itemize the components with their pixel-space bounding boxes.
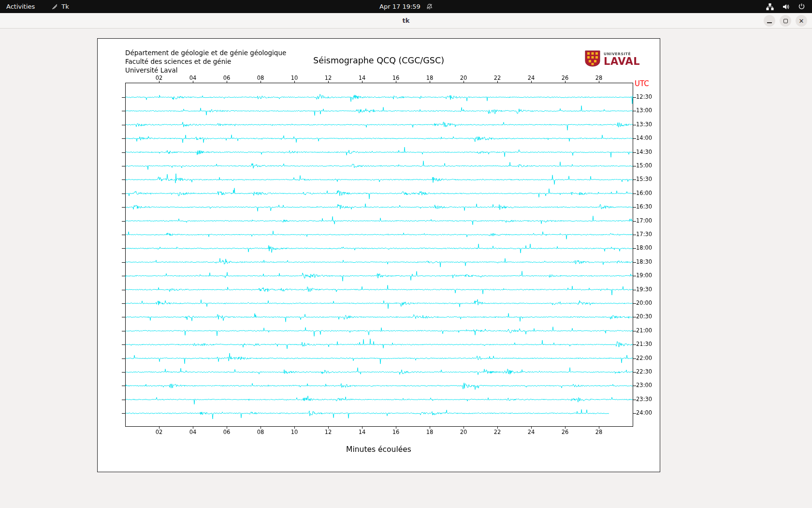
x-tick-label: 10	[291, 429, 298, 435]
network-icon[interactable]	[766, 3, 774, 11]
x-tick-label: 02	[156, 429, 163, 435]
row-time-label: 19:00	[636, 272, 652, 279]
x-tick-label: 04	[189, 429, 197, 435]
x-tick-label: 28	[595, 429, 603, 435]
row-time-label: 17:30	[636, 231, 652, 238]
x-tick-label: 20	[460, 75, 467, 81]
row-time-label: 22:30	[636, 368, 652, 375]
figure: Département de géologie et de génie géol…	[97, 38, 660, 472]
row-time-label: 15:30	[636, 176, 652, 182]
x-tick-label: 14	[359, 429, 366, 435]
x-axis-title: Minutes écoulées	[98, 445, 660, 454]
row-time-label: 23:00	[636, 382, 652, 388]
header-line: Université Laval	[125, 66, 286, 75]
x-tick-label: 06	[223, 429, 231, 435]
x-tick-label: 16	[392, 75, 400, 81]
x-tick-label: 12	[325, 75, 332, 81]
minimize-icon	[767, 22, 772, 23]
row-time-label: 18:00	[636, 244, 652, 251]
window-titlebar[interactable]: tk ✕	[0, 13, 812, 29]
row-time-label: 21:00	[636, 327, 652, 334]
row-time-label: 23:30	[636, 396, 652, 403]
seismogram-canvas	[98, 39, 661, 473]
x-tick-label: 26	[562, 75, 569, 81]
laval-logo-line2: LAVAL	[604, 56, 640, 67]
x-tick-label: 22	[494, 75, 501, 81]
row-time-label: 14:00	[636, 134, 652, 141]
row-time-label: 13:00	[636, 107, 652, 114]
row-time-label: 19:30	[636, 286, 652, 293]
row-time-label: 16:30	[636, 203, 652, 210]
row-time-label: 21:30	[636, 341, 652, 347]
top-bar: Activities Tk Apr 17 19:59	[0, 0, 812, 13]
laval-logo-text: UNIVERSITÉ LAVAL	[604, 52, 640, 67]
close-button[interactable]: ✕	[796, 15, 807, 27]
row-time-label: 24:00	[636, 409, 652, 416]
x-tick-label: 06	[223, 75, 231, 81]
utc-label: UTC	[635, 79, 649, 88]
clock-label: Apr 17 19:59	[379, 3, 420, 10]
row-time-label: 14:30	[636, 149, 652, 155]
x-tick-label: 04	[189, 75, 197, 81]
app-indicator-tk[interactable]: Tk	[51, 0, 69, 13]
close-icon: ✕	[799, 18, 804, 24]
x-tick-label: 24	[528, 429, 535, 435]
app-indicator-label: Tk	[61, 3, 69, 10]
x-tick-label: 08	[257, 75, 264, 81]
row-time-label: 13:30	[636, 121, 652, 128]
maximize-button[interactable]	[780, 15, 791, 27]
row-time-label: 18:30	[636, 258, 652, 265]
clock-menu[interactable]: Apr 17 19:59	[379, 0, 433, 13]
x-tick-label: 22	[494, 429, 501, 435]
x-tick-label: 24	[528, 75, 535, 81]
window-title: tk	[403, 17, 410, 24]
row-time-label: 22:00	[636, 355, 652, 361]
row-time-label: 20:00	[636, 299, 652, 306]
notifications-off-icon	[426, 3, 433, 10]
tk-feather-icon	[51, 3, 58, 10]
row-time-label: 17:00	[636, 217, 652, 224]
x-tick-label: 12	[325, 429, 332, 435]
window-content: Département de géologie et de génie géol…	[0, 29, 812, 508]
activities-button[interactable]: Activities	[6, 0, 35, 13]
x-tick-label: 26	[562, 429, 569, 435]
minimize-button[interactable]	[764, 15, 775, 27]
maximize-icon	[783, 19, 788, 23]
x-tick-label: 08	[257, 429, 264, 435]
volume-icon[interactable]	[782, 3, 790, 11]
laval-logo: UNIVERSITÉ LAVAL	[585, 50, 640, 69]
x-tick-label: 18	[426, 429, 434, 435]
power-icon[interactable]	[798, 3, 805, 10]
x-tick-label: 20	[460, 429, 467, 435]
x-tick-label: 10	[291, 75, 298, 81]
row-time-label: 20:30	[636, 313, 652, 320]
x-tick-label: 16	[392, 429, 400, 435]
x-tick-label: 14	[359, 75, 366, 81]
x-tick-label: 28	[595, 75, 603, 81]
row-time-label: 16:00	[636, 190, 652, 196]
x-tick-label: 18	[426, 75, 434, 81]
row-time-label: 12:30	[636, 93, 652, 100]
figure-title: Séismographe QCQ (CGC/GSC)	[98, 56, 660, 65]
row-time-label: 15:00	[636, 162, 652, 169]
x-tick-label: 02	[156, 75, 163, 81]
laval-shield-icon	[585, 50, 600, 69]
